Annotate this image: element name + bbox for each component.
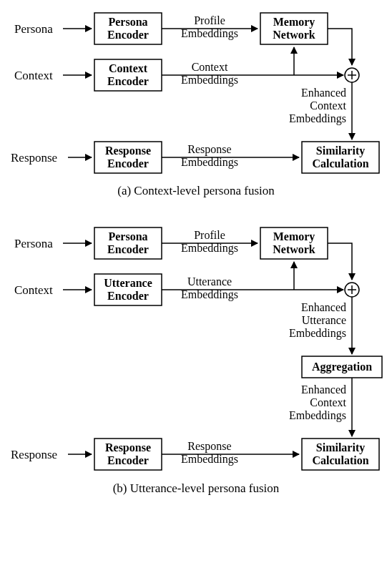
response-encoder-l2-a: Encoder (107, 157, 149, 170)
enh-utt-l1-b: Enhanced (301, 301, 346, 313)
input-response-a: Response (11, 151, 57, 165)
context-emb-l2-a: Embeddings (181, 74, 238, 87)
memory-l1-b: Memory (273, 230, 315, 243)
enh-ctx-l1-b: Enhanced (301, 383, 346, 396)
response-encoder-l1-b: Response (105, 441, 151, 454)
persona-encoder-l2-b: Encoder (107, 243, 149, 255)
diagram-a: Persona Persona Encoder Profile Embeddin… (11, 13, 379, 197)
profile-emb-l1-a: Profile (194, 14, 225, 26)
input-context-a: Context (14, 69, 53, 82)
enh-ctx-l2-b: Context (310, 396, 346, 408)
utterance-encoder-l1-b: Utterance (104, 277, 152, 289)
context-emb-l1-a: Context (192, 61, 228, 73)
response-emb-l1-a: Response (187, 143, 231, 156)
memory-l1-a: Memory (273, 16, 315, 29)
response-emb-l2-b: Embeddings (181, 453, 238, 466)
profile-emb-l1-b: Profile (194, 229, 225, 241)
persona-encoder-l1-a: Persona (108, 16, 147, 28)
arrow (328, 243, 352, 280)
response-encoder-l2-b: Encoder (107, 454, 149, 466)
input-persona-b: Persona (14, 237, 53, 250)
aggregation-b: Aggregation (312, 361, 372, 373)
input-persona-a: Persona (14, 22, 53, 36)
context-encoder-l1-a: Context (109, 62, 148, 74)
diagram-b: Persona Persona Encoder Profile Embeddin… (11, 227, 382, 495)
enh-ctx-l2-a: Context (310, 99, 346, 112)
enh-ctx-l1-a: Enhanced (301, 87, 346, 99)
caption-a: (a) Context-level persona fusion (117, 184, 275, 197)
similarity-l1-b: Similarity (316, 441, 365, 454)
profile-emb-l2-a: Embeddings (181, 27, 238, 40)
plus-node-b (345, 283, 359, 297)
enh-ctx-l3-b: Embeddings (289, 409, 346, 422)
response-emb-l2-a: Embeddings (181, 156, 238, 169)
caption-b: (b) Utterance-level persona fusion (113, 481, 280, 495)
utt-emb-l1-b: Utterance (187, 275, 232, 288)
persona-encoder-l1-b: Persona (108, 230, 147, 243)
similarity-l2-b: Calculation (312, 454, 368, 466)
input-context-b: Context (14, 283, 53, 297)
memory-l2-b: Network (273, 243, 315, 255)
similarity-l1-a: Similarity (316, 145, 365, 157)
figure: Persona Persona Encoder Profile Embeddin… (0, 0, 392, 568)
plus-node-a (345, 68, 359, 82)
utt-emb-l2-b: Embeddings (181, 288, 238, 301)
profile-emb-l2-b: Embeddings (181, 242, 238, 255)
arrow (328, 29, 352, 65)
input-response-b: Response (11, 448, 57, 461)
response-encoder-l1-a: Response (105, 145, 151, 157)
enh-utt-l2-b: Utterance (302, 314, 346, 326)
persona-encoder-l2-a: Encoder (107, 29, 149, 41)
similarity-l2-a: Calculation (312, 157, 368, 170)
enh-utt-l3-b: Embeddings (289, 327, 346, 340)
memory-l2-a: Network (273, 29, 315, 41)
utterance-encoder-l2-b: Encoder (107, 290, 149, 302)
response-emb-l1-b: Response (187, 440, 231, 453)
context-encoder-l2-a: Encoder (107, 75, 149, 87)
enh-ctx-l3-a: Embeddings (289, 112, 346, 125)
